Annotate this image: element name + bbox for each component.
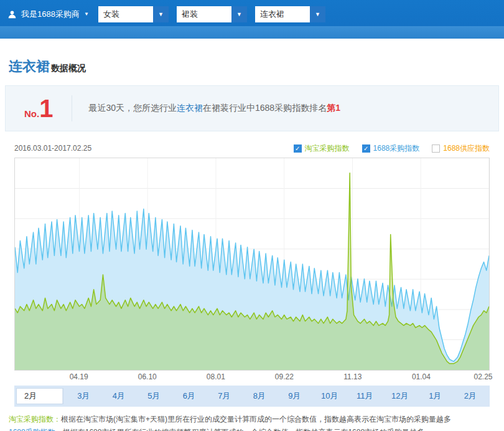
chart-box xyxy=(14,158,490,371)
select-value: 裙装 xyxy=(177,9,231,20)
page-title: 连衣裙数据概况 xyxy=(9,57,504,76)
select-value: 女装 xyxy=(98,9,153,20)
legend-item-1[interactable]: ✓淘宝采购指数 xyxy=(294,143,350,154)
month-tab-7月[interactable]: 7月 xyxy=(207,386,242,407)
checkbox-unchecked-icon[interactable] xyxy=(432,144,440,153)
rank-no-prefix: No. xyxy=(24,108,39,119)
category-select-level3[interactable]: 连衣裙 ▼ xyxy=(255,6,325,22)
x-axis-labels: 04.1906.1008.0109.2211.1301.0402.25 xyxy=(14,371,490,383)
top-header: 我是1688采购商 ▼ 女装 ▼ 裙装 ▼ 连衣裙 ▼ xyxy=(0,0,504,39)
month-tabs: 3月4月5月6月7月8月9月10月11月12月1月2月 xyxy=(66,386,488,407)
x-tick-label: 08.01 xyxy=(207,372,225,381)
rank-text-keyword: 连衣裙 xyxy=(177,103,203,113)
user-menu[interactable]: 我是1688采购商 ▼ xyxy=(7,9,98,20)
checkbox-checked-icon[interactable]: ✓ xyxy=(294,144,302,153)
chevron-down-icon[interactable]: ▼ xyxy=(310,6,325,22)
rank-description: 最近30天，您所选行业连衣裙在裙装行业中1688采购指数排名第1 xyxy=(88,103,340,114)
month-tab-10月[interactable]: 10月 xyxy=(312,386,348,407)
month-tab-3月[interactable]: 3月 xyxy=(66,386,101,407)
category-select-level1[interactable]: 女装 ▼ xyxy=(98,6,169,22)
rank-text-part: 在裙装行业中1688采购指数排名 xyxy=(203,103,327,113)
month-tab-11月[interactable]: 11月 xyxy=(347,386,383,407)
month-tab-9月[interactable]: 9月 xyxy=(277,386,312,407)
rank-text-rank: 第1 xyxy=(327,103,340,113)
month-tab-1月[interactable]: 1月 xyxy=(418,386,453,407)
footnote-text: 根据在1688市场里所在行业的搜索频繁程度计算而成的一个综合数值，指数越高表示在… xyxy=(63,428,424,431)
month-select-divider xyxy=(62,389,63,404)
caret-down-icon: ▼ xyxy=(84,12,89,17)
footnote-taobao: 淘宝采购指数：根据在淘宝市场(淘宝集市+天猫)里所在行业的成交量计算而成的一个综… xyxy=(9,413,504,426)
month-tab-5月[interactable]: 5月 xyxy=(136,386,172,407)
footnote-1688: 1688采购指数：根据在1688市场里所在行业的搜索频繁程度计算而成的一个综合数… xyxy=(9,426,504,431)
select-value: 连衣裙 xyxy=(255,9,310,20)
rank-banner: No.1 最近30天，您所选行业连衣裙在裙装行业中1688采购指数排名第1 xyxy=(5,85,499,131)
chart-legend: ✓淘宝采购指数✓1688采购指数1688供应指数 xyxy=(281,143,490,154)
x-tick-label: 11.13 xyxy=(343,372,362,381)
legend-label: 1688供应指数 xyxy=(443,143,490,154)
legend-item-2[interactable]: ✓1688采购指数 xyxy=(362,143,420,154)
month-bar: 2月 3月4月5月6月7月8月9月10月11月12月1月2月 xyxy=(14,386,490,407)
month-tab-2月[interactable]: 2月 xyxy=(453,386,488,407)
x-tick-label: 01.04 xyxy=(412,372,431,381)
legend-item-3[interactable]: 1688供应指数 xyxy=(432,143,490,154)
legend-label: 1688采购指数 xyxy=(373,143,420,154)
chart-header: 2016.03.01-2017.02.25 ✓淘宝采购指数✓1688采购指数16… xyxy=(14,143,490,154)
title-keyword: 连衣裙 xyxy=(9,59,50,74)
title-suffix: 数据概况 xyxy=(51,63,86,73)
x-tick-label: 04.19 xyxy=(70,372,88,381)
index-footnotes: 淘宝采购指数：根据在淘宝市场(淘宝集市+天猫)里所在行业的成交量计算而成的一个综… xyxy=(9,413,504,431)
vertical-divider xyxy=(72,95,72,121)
purchase-index-page: { "colors": { "header_blue": "#1577ca", … xyxy=(0,0,504,431)
rank-no-value: 1 xyxy=(39,96,53,121)
checkbox-checked-icon[interactable]: ✓ xyxy=(362,144,370,153)
footnote-label: 1688采购指数： xyxy=(9,428,63,431)
month-tab-12月[interactable]: 12月 xyxy=(383,386,418,407)
rank-text-part: 最近30天，您所选行业 xyxy=(88,103,177,113)
legend-label: 淘宝采购指数 xyxy=(305,143,350,154)
chevron-down-icon[interactable]: ▼ xyxy=(153,6,169,22)
user-menu-label: 我是1688采购商 xyxy=(21,9,80,20)
trend-chart-svg xyxy=(15,158,489,370)
x-tick-label: 06.10 xyxy=(138,372,157,381)
month-tab-4月[interactable]: 4月 xyxy=(101,386,137,407)
chart-section: 2016.03.01-2017.02.25 ✓淘宝采购指数✓1688采购指数16… xyxy=(14,143,490,407)
month-tab-8月[interactable]: 8月 xyxy=(242,386,278,407)
month-select[interactable]: 2月 xyxy=(16,388,63,404)
rank-number: No.1 xyxy=(24,96,53,121)
user-icon xyxy=(7,10,17,19)
footnote-text: 根据在淘宝市场(淘宝集市+天猫)里所在行业的成交量计算而成的一个综合数值，指数越… xyxy=(61,415,451,424)
x-tick-label: 09.22 xyxy=(275,372,294,381)
month-select-value: 2月 xyxy=(24,391,37,402)
month-tab-6月[interactable]: 6月 xyxy=(172,386,207,407)
footnote-label: 淘宝采购指数： xyxy=(9,415,61,424)
x-tick-label: 02.25 xyxy=(474,372,492,381)
category-select-level2[interactable]: 裙装 ▼ xyxy=(177,6,247,22)
date-range-label: 2016.03.01-2017.02.25 xyxy=(14,144,91,153)
chevron-down-icon[interactable]: ▼ xyxy=(231,6,247,22)
